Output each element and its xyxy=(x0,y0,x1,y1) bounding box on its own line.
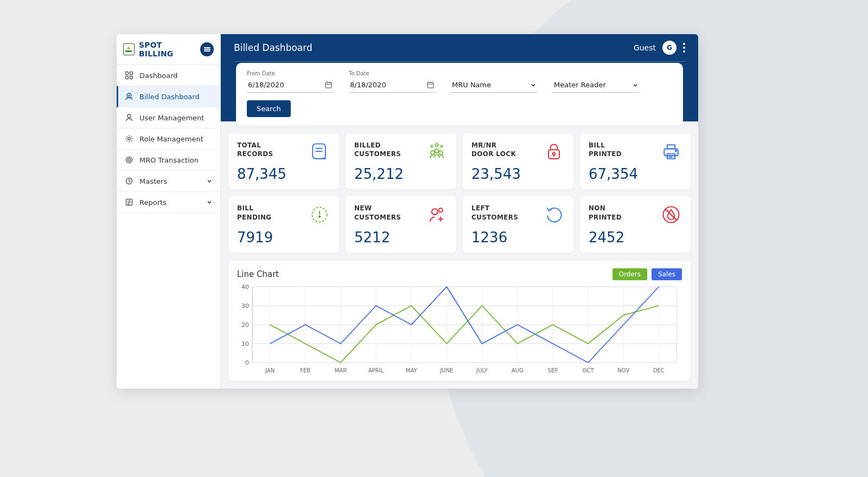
sidebar-item-reports[interactable]: Reports xyxy=(117,192,220,213)
content-area: From Date 6/18/2020 To Date 8/18/2020 xyxy=(221,100,698,389)
stat-card: BILLPRINTED 67,354 xyxy=(580,133,691,190)
sidebar-item-label: MRO Transaction xyxy=(139,156,199,164)
stat-card: LEFTCUSTOMERS 1236 xyxy=(463,196,573,253)
stat-card: TOTALRECORDS 87,345 xyxy=(228,133,339,190)
sidebar-item-user-management[interactable]: User Management xyxy=(117,107,220,128)
search-button[interactable]: Search xyxy=(247,100,291,117)
svg-point-33 xyxy=(553,152,556,155)
svg-rect-22 xyxy=(427,82,433,88)
filter-card: From Date 6/18/2020 To Date 8/18/2020 xyxy=(236,63,683,126)
svg-rect-4 xyxy=(126,72,129,75)
calendar-icon xyxy=(324,81,333,89)
svg-text:JULY: JULY xyxy=(476,368,488,373)
svg-point-11 xyxy=(126,157,132,163)
from-date-field[interactable]: From Date 6/18/2020 xyxy=(247,70,334,93)
stat-title: NEWCUSTOMERS xyxy=(354,204,401,221)
svg-text:10: 10 xyxy=(241,340,249,347)
stat-value: 2452 xyxy=(589,229,624,246)
svg-rect-0 xyxy=(125,50,132,52)
svg-point-45 xyxy=(439,209,443,212)
newuser-icon xyxy=(426,204,448,225)
sidebar-item-masters[interactable]: Masters xyxy=(117,171,220,192)
page-title: Billed Dashboard xyxy=(234,42,312,53)
printer-icon xyxy=(660,141,682,163)
more-menu-button[interactable] xyxy=(683,43,685,53)
sidebar: SPOT BILLING Dashboard Billed Dashboard … xyxy=(117,34,221,389)
svg-rect-37 xyxy=(667,154,675,159)
stat-cards-grid: TOTALRECORDS 87,345 BILLEDCUSTOMERS 25,2… xyxy=(228,133,691,253)
stat-title: BILLPRINTED xyxy=(589,141,638,158)
sidebar-item-label: Masters xyxy=(139,177,167,185)
svg-text:JAN: JAN xyxy=(265,368,275,373)
brand-title: SPOT BILLING xyxy=(139,41,196,58)
svg-text:MAR: MAR xyxy=(335,368,347,373)
stat-value: 67,354 xyxy=(589,166,638,182)
svg-text:20: 20 xyxy=(241,321,249,328)
svg-text:0: 0 xyxy=(245,359,249,366)
refresh-icon xyxy=(543,204,565,225)
sidebar-item-label: User Management xyxy=(139,114,204,122)
meter-reader-select[interactable]: Meater Reader xyxy=(553,79,640,93)
sidebar-toggle-button[interactable] xyxy=(200,42,214,56)
dashboard-icon xyxy=(124,70,134,80)
svg-text:DEC: DEC xyxy=(653,368,665,373)
stat-title: NONPRINTED xyxy=(589,204,624,221)
sidebar-item-role-management[interactable]: Role Management xyxy=(117,128,220,150)
brand-logo-icon xyxy=(123,43,135,55)
stat-card: BILLPENDING 7919 xyxy=(228,196,339,253)
sidebar-item-label: Dashboard xyxy=(139,72,178,80)
svg-point-43 xyxy=(319,216,321,218)
svg-text:FEB: FEB xyxy=(300,368,310,373)
gear-icon xyxy=(124,134,134,144)
svg-text:APRIL: APRIL xyxy=(368,368,384,373)
user-avatar[interactable]: G xyxy=(662,41,676,55)
stat-value: 5212 xyxy=(354,229,401,246)
from-date-value: 6/18/2020 xyxy=(248,81,320,89)
legend-orders[interactable]: Orders xyxy=(612,268,647,280)
svg-point-30 xyxy=(439,151,443,154)
svg-text:NOV: NOV xyxy=(617,368,629,373)
customers-icon xyxy=(426,141,448,163)
from-date-label: From Date xyxy=(247,70,334,76)
svg-text:30: 30 xyxy=(241,302,249,310)
svg-text:OCT: OCT xyxy=(583,368,595,373)
stat-title: BILLPENDING xyxy=(237,204,273,221)
line-chart-svg: 010203040JANFEBMARAPRILMAYJUNEJULYAUGSEP… xyxy=(237,283,682,376)
meter-reader-placeholder: Meater Reader xyxy=(554,81,628,89)
svg-rect-32 xyxy=(548,150,559,158)
stat-title: TOTALRECORDS xyxy=(237,141,286,158)
stat-title: LEFTCUSTOMERS xyxy=(471,204,518,221)
sidebar-item-mro-transaction[interactable]: MRO Transaction xyxy=(117,150,220,171)
main-panel: Billed Dashboard Guest G From Date 6/18/… xyxy=(221,34,698,389)
lock-icon xyxy=(543,141,565,163)
line-chart-card: Line Chart Orders Sales 010203040JANFEBM… xyxy=(228,261,691,381)
svg-rect-7 xyxy=(130,76,133,79)
stat-card: NONPRINTED 2452 xyxy=(580,196,691,253)
calendar-icon xyxy=(426,81,435,89)
stat-title: BILLEDCUSTOMERS xyxy=(354,141,404,158)
stat-card: MR/NRDOOR LOCK 23,543 xyxy=(463,133,573,190)
svg-rect-6 xyxy=(126,76,129,79)
reports-icon xyxy=(124,197,134,207)
doc-icon xyxy=(309,141,330,163)
to-date-label: To Date xyxy=(349,70,436,76)
svg-point-12 xyxy=(128,159,131,162)
svg-point-29 xyxy=(431,151,435,154)
svg-point-10 xyxy=(128,138,131,140)
current-user-label: Guest xyxy=(634,43,656,52)
nodrop-icon xyxy=(660,204,682,225)
stat-card: BILLEDCUSTOMERS 25,212 xyxy=(346,133,456,190)
svg-point-40 xyxy=(675,150,676,151)
svg-text:MAY: MAY xyxy=(406,368,418,373)
sidebar-item-label: Role Management xyxy=(139,135,203,143)
mru-name-select[interactable]: MRU Name xyxy=(451,79,538,93)
legend-sales[interactable]: Sales xyxy=(652,268,682,280)
to-date-field[interactable]: To Date 8/18/2020 xyxy=(349,70,436,93)
chevron-down-icon xyxy=(632,82,639,88)
chart-legend: Orders Sales xyxy=(612,268,682,280)
svg-line-49 xyxy=(666,209,676,220)
sidebar-item-dashboard[interactable]: Dashboard xyxy=(117,65,220,86)
chevron-down-icon xyxy=(206,199,213,205)
user-icon xyxy=(124,113,134,123)
sidebar-item-billed-dashboard[interactable]: Billed Dashboard xyxy=(117,86,220,107)
